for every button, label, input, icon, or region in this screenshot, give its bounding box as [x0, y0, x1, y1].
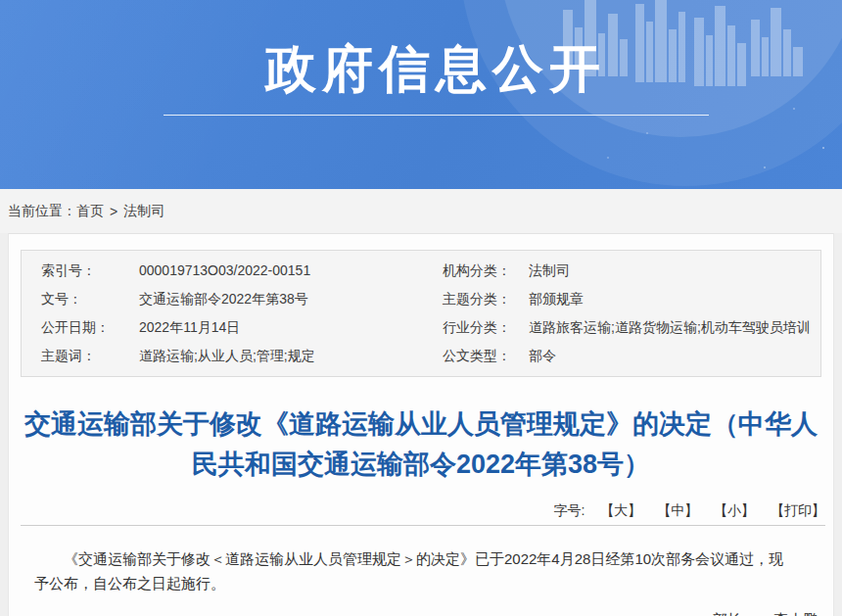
info-value: 部颁规章 [529, 285, 584, 313]
font-size-label: 字号: [554, 502, 585, 518]
info-label: 行业分类： [443, 313, 529, 342]
info-label: 索引号： [41, 257, 139, 285]
info-cell: 公开日期： 2022年11月14日 [22, 313, 423, 342]
breadcrumb: 当前位置： 首页 > 法制司 [0, 189, 842, 233]
banner: 政府信息公开 [0, 0, 842, 189]
font-size-medium-button[interactable]: 【中】 [657, 502, 698, 518]
info-value: 交通运输部令2022年第38号 [139, 285, 308, 313]
info-label: 机构分类： [443, 257, 529, 285]
info-value: 道路运输;从业人员;管理;规定 [139, 342, 315, 370]
document-info-table: 索引号： 000019713O03/2022-00151 机构分类： 法制司 文… [21, 250, 821, 377]
signature-line: 部长 李小鹏 [9, 611, 833, 616]
info-cell: 索引号： 000019713O03/2022-00151 [22, 257, 423, 285]
info-cell: 主题分类： 部颁规章 [423, 285, 820, 313]
signer-title: 部长 [713, 611, 742, 616]
font-size-small-button[interactable]: 【小】 [714, 502, 755, 518]
breadcrumb-separator: > [110, 204, 117, 219]
info-value: 2022年11月14日 [139, 313, 240, 342]
info-row-docnumber: 文号： 交通运输部令2022年第38号 主题分类： 部颁规章 [22, 285, 820, 313]
info-row-keywords: 主题词： 道路运输;从业人员;管理;规定 公文类型： 部令 [22, 342, 820, 370]
info-label: 主题词： [41, 342, 139, 370]
info-row-index: 索引号： 000019713O03/2022-00151 机构分类： 法制司 [22, 257, 820, 285]
info-row-publishdate: 公开日期： 2022年11月14日 行业分类： 道路旅客运输;道路货物运输;机动… [22, 313, 820, 342]
breadcrumb-current-link[interactable]: 法制司 [123, 203, 164, 220]
info-cell: 公文类型： 部令 [423, 342, 820, 370]
banner-title-underline [164, 115, 709, 116]
info-cell: 文号： 交通运输部令2022年第38号 [22, 285, 423, 313]
info-value: 部令 [529, 342, 556, 370]
content-container: 索引号： 000019713O03/2022-00151 机构分类： 法制司 文… [8, 233, 834, 616]
article-body-paragraph: 《交通运输部关于修改＜道路运输从业人员管理规定＞的决定》已于2022年4月28日… [34, 547, 798, 596]
breadcrumb-home-link[interactable]: 首页 [76, 203, 104, 220]
info-label: 文号： [41, 285, 139, 313]
info-label: 主题分类： [443, 285, 529, 313]
banner-dots-decoration [822, 147, 824, 149]
font-size-large-button[interactable]: 【大】 [600, 502, 641, 518]
title-body-divider [21, 525, 825, 526]
info-value: 法制司 [529, 257, 570, 285]
article-title: 交通运输部关于修改《道路运输从业人员管理规定》的决定（中华人民共和国交通运输部令… [19, 404, 823, 485]
print-button[interactable]: 【打印】 [771, 502, 825, 518]
page-title: 政府信息公开 [0, 35, 842, 104]
signer-name: 李小鹏 [773, 611, 818, 616]
breadcrumb-label: 当前位置： [8, 203, 76, 220]
info-value: 000019713O03/2022-00151 [139, 257, 310, 285]
info-value: 道路旅客运输;道路货物运输;机动车驾驶员培训 [529, 313, 811, 342]
info-label: 公文类型： [443, 342, 529, 370]
info-cell: 主题词： 道路运输;从业人员;管理;规定 [22, 342, 423, 370]
info-cell: 行业分类： 道路旅客运输;道路货物运输;机动车驾驶员培训 [423, 313, 820, 342]
font-size-controls: 字号: 【大】 【中】 【小】 【打印】 [9, 502, 833, 520]
info-label: 公开日期： [41, 313, 139, 342]
info-cell: 机构分类： 法制司 [423, 257, 820, 285]
